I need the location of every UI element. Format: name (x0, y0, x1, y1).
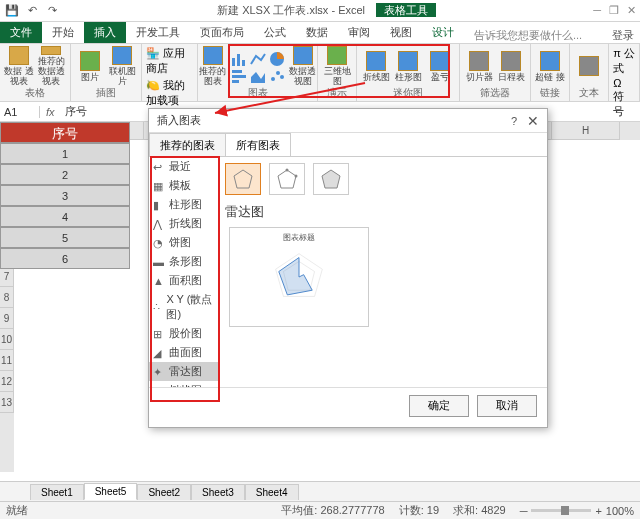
svg-point-9 (276, 71, 280, 75)
tab-layout[interactable]: 页面布局 (190, 22, 254, 43)
quick-access-toolbar: 💾 ↶ ↷ (4, 3, 60, 19)
colhead-h[interactable]: H (552, 122, 620, 140)
svg-marker-12 (234, 170, 252, 188)
category-label: 曲面图 (169, 345, 202, 360)
spark-winloss-button[interactable]: 盈亏 (425, 46, 455, 86)
category-label: 条形图 (169, 254, 202, 269)
name-box[interactable]: A1 (0, 106, 40, 118)
my-addins-button[interactable]: 🍋 我的加载项 (146, 78, 193, 108)
table-cell[interactable]: 5 (0, 227, 130, 248)
tab-formulas[interactable]: 公式 (254, 22, 296, 43)
sheet-tab-Sheet3[interactable]: Sheet3 (191, 484, 245, 500)
tell-me-input[interactable]: 告诉我您想要做什么... (474, 28, 582, 43)
save-icon[interactable]: 💾 (4, 3, 20, 19)
close-icon[interactable]: ✕ (627, 4, 636, 17)
chart-category-柱形图[interactable]: ▮柱形图 (149, 195, 218, 214)
ribbon-group-sparklines: 折线图 柱形图 盈亏 迷你图 (357, 44, 460, 101)
zoom-in-icon[interactable]: + (595, 505, 601, 517)
category-icon: ⋀ (153, 218, 165, 230)
zoom-control[interactable]: ─ + 100% (520, 505, 634, 517)
status-bar: 就绪 平均值: 268.2777778 计数: 19 求和: 4829 ─ + … (0, 501, 640, 519)
store-button[interactable]: 🏪 应用商店 (146, 46, 193, 76)
zoom-out-icon[interactable]: ─ (520, 505, 528, 517)
category-icon: ◢ (153, 347, 165, 359)
radar-subtype-2[interactable] (269, 163, 305, 195)
rowhead[interactable]: 12 (0, 371, 14, 392)
svg-rect-2 (242, 60, 245, 66)
chart-category-饼图[interactable]: ◔饼图 (149, 233, 218, 252)
category-icon: ⊞ (153, 328, 165, 340)
rowhead[interactable]: 10 (0, 329, 14, 350)
rowhead[interactable]: 11 (0, 350, 14, 371)
column-chart-button[interactable] (230, 50, 250, 66)
doc-name: 新建 XLSX 工作表.xlsx - Excel (217, 4, 365, 16)
text-button[interactable] (574, 46, 604, 86)
tab-review[interactable]: 审阅 (338, 22, 380, 43)
rowhead[interactable]: 7 (0, 266, 14, 287)
chart-category-股价图[interactable]: ⊞股价图 (149, 324, 218, 343)
equation-button[interactable]: π 公式 (613, 46, 635, 76)
recommended-pivot-button[interactable]: 推荐的 数据透视表 (36, 46, 66, 86)
minimize-icon[interactable]: ─ (593, 4, 601, 17)
tab-data[interactable]: 数据 (296, 22, 338, 43)
ok-button[interactable]: 确定 (409, 395, 469, 417)
pivottable-button[interactable]: 数据 透视表 (4, 46, 34, 86)
ribbon-group-addins: 🏪 应用商店 🍋 我的加载项 加载项 (142, 44, 198, 101)
chart-category-条形图[interactable]: ▬条形图 (149, 252, 218, 271)
table-cell[interactable]: 3 (0, 185, 130, 206)
chart-category-最近[interactable]: ↩最近 (149, 157, 218, 176)
rowhead[interactable]: 8 (0, 287, 14, 308)
chart-category-模板[interactable]: ▦模板 (149, 176, 218, 195)
tab-devtools[interactable]: 开发工具 (126, 22, 190, 43)
timeline-button[interactable]: 日程表 (496, 46, 526, 86)
tab-all-charts[interactable]: 所有图表 (225, 133, 291, 156)
table-cell[interactable]: 4 (0, 206, 130, 227)
spark-column-button[interactable]: 柱形图 (393, 46, 423, 86)
tab-home[interactable]: 开始 (42, 22, 84, 43)
tab-view[interactable]: 视图 (380, 22, 422, 43)
status-avg: 平均值: 268.2777778 (281, 503, 384, 518)
chart-category-折线图[interactable]: ⋀折线图 (149, 214, 218, 233)
zoom-slider[interactable] (531, 509, 591, 512)
table-header[interactable]: 序号 (0, 122, 130, 143)
fx-icon[interactable]: fx (40, 106, 61, 118)
tab-design[interactable]: 设计 (422, 22, 464, 43)
table-cell[interactable]: 2 (0, 164, 130, 185)
tab-insert[interactable]: 插入 (84, 22, 126, 43)
slicer-button[interactable]: 切片器 (464, 46, 494, 86)
sheet-tab-Sheet5[interactable]: Sheet5 (84, 483, 138, 500)
radar-subtype-3[interactable] (313, 163, 349, 195)
login-link[interactable]: 登录 (612, 28, 634, 43)
zoom-percent[interactable]: 100% (606, 505, 634, 517)
table-cell[interactable]: 1 (0, 143, 130, 164)
category-icon: ▲ (153, 275, 165, 287)
restore-icon[interactable]: ❐ (609, 4, 619, 17)
rowhead[interactable]: 13 (0, 392, 14, 413)
online-picture-button[interactable]: 联机图片 (107, 46, 137, 86)
hyperlink-button[interactable]: 超链 接 (535, 46, 565, 86)
dialog-close-icon[interactable]: ✕ (527, 113, 539, 129)
sheet-tab-Sheet4[interactable]: Sheet4 (245, 484, 299, 500)
chart-category-雷达图[interactable]: ✦雷达图 (149, 362, 218, 381)
pie-chart-button[interactable] (268, 50, 288, 66)
chart-preview[interactable]: 图表标题 (229, 227, 369, 327)
redo-icon[interactable]: ↷ (44, 3, 60, 19)
tab-recommended-charts[interactable]: 推荐的图表 (149, 133, 226, 156)
sheet-tab-Sheet1[interactable]: Sheet1 (30, 484, 84, 500)
chart-category-面积图[interactable]: ▲面积图 (149, 271, 218, 290)
cancel-button[interactable]: 取消 (477, 395, 537, 417)
sheet-tab-Sheet2[interactable]: Sheet2 (137, 484, 191, 500)
tab-file[interactable]: 文件 (0, 22, 42, 43)
undo-icon[interactable]: ↶ (24, 3, 40, 19)
rowhead[interactable]: 9 (0, 308, 14, 329)
symbol-button[interactable]: Ω 符号 (613, 77, 635, 119)
radar-preview-svg (259, 242, 339, 312)
chart-category-曲面图[interactable]: ◢曲面图 (149, 343, 218, 362)
line-chart-button[interactable] (249, 50, 269, 66)
dialog-help-icon[interactable]: ? (511, 115, 517, 127)
chart-category-树状图[interactable]: ▥树状图 (149, 381, 218, 387)
picture-button[interactable]: 图片 (75, 46, 105, 86)
chart-category-X Y (散点图)[interactable]: ∴X Y (散点图) (149, 290, 218, 324)
radar-subtype-1[interactable] (225, 163, 261, 195)
table-cell[interactable]: 6 (0, 248, 130, 269)
